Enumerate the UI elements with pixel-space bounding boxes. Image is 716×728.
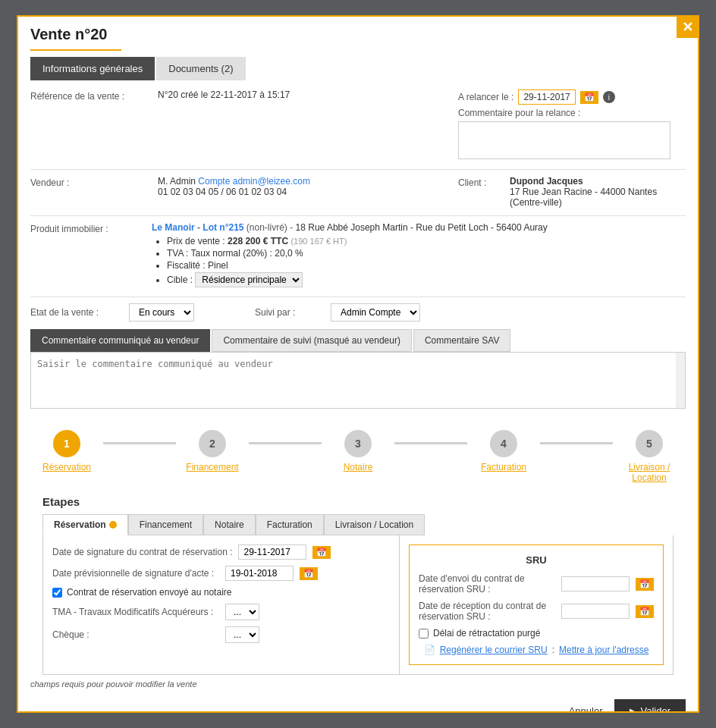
- commentaire-relance-textarea[interactable]: [458, 121, 670, 159]
- produit-cible: Cible : Résidence principale: [167, 272, 686, 287]
- tma-row: TMA - Travaux Modificatifs Acquéreurs : …: [52, 604, 390, 620]
- sru-date-envoi-row: Date d'envoi du contrat de réservation S…: [419, 573, 654, 595]
- reference-value: N°20 créé le 22-11-2017 à 15:17: [158, 89, 458, 100]
- produit-lot-link[interactable]: Lot n°215: [203, 222, 243, 233]
- relance-label: A relancer le :: [458, 92, 513, 102]
- vendeur-email-link[interactable]: admin@leizee.com: [233, 176, 310, 187]
- step-connector-1: [103, 442, 176, 444]
- date-prevision-label: Date prévisionnelle de signature d'acte …: [52, 568, 219, 579]
- sru-date-reception-calendar[interactable]: 📅: [636, 605, 654, 618]
- relance-info-icon[interactable]: i: [603, 91, 615, 103]
- step-connector-4: [540, 442, 613, 444]
- step-label-3[interactable]: Notaire: [344, 462, 373, 472]
- comment-tabs: Commentaire communiqué au vendeur Commen…: [30, 329, 686, 352]
- step-4: 4 Facturation: [467, 430, 540, 472]
- progress-section: 1 Réservation 2 Financement 3 Notaire 4 …: [18, 418, 698, 489]
- sru-link-row: 📄 Regénérer le courrier SRU : Mettre à j…: [419, 645, 654, 655]
- produit-address: 18 Rue Abbé Joseph Martin - Rue du Petit…: [296, 222, 548, 233]
- step-3: 3 Notaire: [322, 430, 394, 472]
- date-signature-input[interactable]: [238, 544, 306, 560]
- date-prevision-input[interactable]: [225, 566, 294, 581]
- relance-date[interactable]: 29-11-2017: [518, 89, 575, 105]
- comment-tab-sav[interactable]: Commentaire SAV: [413, 329, 510, 352]
- step-circle-4: 4: [490, 430, 517, 457]
- step-label-1[interactable]: Réservation: [42, 462, 91, 472]
- sru-delai-checkbox[interactable]: [419, 629, 429, 639]
- step-connector-3: [394, 442, 467, 444]
- cheque-label: Chèque :: [52, 629, 219, 640]
- comment-textarea[interactable]: [31, 353, 685, 406]
- valider-button[interactable]: Valider: [614, 699, 686, 713]
- step-connector-2: [249, 442, 322, 444]
- step-2: 2 Financement: [176, 430, 249, 472]
- produit-cible-select[interactable]: Résidence principale: [195, 272, 303, 287]
- sru-title: SRU: [419, 554, 654, 566]
- tab-informations-generales[interactable]: Informations générales: [30, 57, 155, 80]
- vendeur-value: M. Admin Compte admin@leizee.com 01 02 0…: [158, 176, 458, 197]
- cheque-select[interactable]: ...: [225, 626, 259, 643]
- produit-prix-ttc: 228 200 € TTC: [228, 236, 288, 246]
- tma-label: TMA - Travaux Modificatifs Acquéreurs :: [52, 607, 219, 617]
- champs-requis: champs requis pour pouvoir modifier la v…: [18, 675, 698, 693]
- step-1: 1 Réservation: [30, 430, 103, 472]
- relance-row: A relancer le : 29-11-2017 📅 i: [458, 89, 686, 105]
- tma-select[interactable]: ...: [225, 604, 259, 620]
- sru-date-envoi-input[interactable]: [561, 576, 630, 592]
- etapes-title: Etapes: [42, 495, 674, 508]
- sru-date-reception-row: Date de réception du contrat de réservat…: [419, 601, 654, 622]
- produit-programme-link[interactable]: Le Manoir: [152, 222, 195, 233]
- step-5: 5 Livraison / Location: [613, 430, 686, 483]
- annuler-button[interactable]: Annuler: [569, 705, 603, 713]
- comment-tab-vendeur[interactable]: Commentaire communiqué au vendeur: [30, 329, 210, 352]
- sru-regenerer-link[interactable]: Regénérer le courrier SRU: [440, 645, 548, 655]
- modal-window: Vente n°20 ✕ Informations générales Docu…: [17, 15, 699, 713]
- client-label: Client :: [458, 176, 504, 188]
- divider1: [30, 169, 686, 170]
- sru-link-separator: :: [552, 645, 554, 655]
- produit-details: Prix de vente : 228 200 € TTC (190 167 €…: [152, 236, 686, 287]
- scrollbar: [676, 353, 685, 408]
- step-label-5[interactable]: Livraison / Location: [613, 462, 686, 483]
- date-signature-calendar[interactable]: 📅: [312, 546, 331, 559]
- produit-value: Le Manoir - Lot n°215 (non-livré) - 18 R…: [152, 222, 686, 289]
- sru-adresse-link[interactable]: Mettre à jour l'adresse: [559, 645, 648, 655]
- sru-date-reception-label: Date de réception du contrat de réservat…: [419, 601, 555, 622]
- etape-tab-facturation[interactable]: Facturation: [256, 514, 324, 535]
- etat-select[interactable]: En cours Terminé Annulé: [129, 303, 194, 322]
- step-label-4[interactable]: Facturation: [481, 462, 526, 472]
- step-circle-2: 2: [199, 430, 226, 457]
- suivi-label: Suivi par :: [255, 307, 316, 318]
- sru-doc-icon: 📄: [424, 645, 435, 655]
- etape-tab-financement[interactable]: Financement: [128, 514, 203, 535]
- tab-documents[interactable]: Documents (2): [156, 57, 245, 80]
- divider2: [30, 215, 686, 216]
- relance-calendar-icon[interactable]: 📅: [580, 91, 598, 104]
- modal-header: Vente n°20 ✕: [18, 17, 698, 49]
- step-circle-1: 1: [53, 430, 80, 457]
- suivi-select[interactable]: Admin Compte M. Admin: [331, 303, 420, 322]
- vendeur-compte-link[interactable]: Compte: [198, 176, 230, 187]
- etape-tab-notaire[interactable]: Notaire: [203, 514, 256, 535]
- sru-date-envoi-calendar[interactable]: 📅: [636, 578, 654, 591]
- date-prevision-calendar[interactable]: 📅: [300, 567, 318, 580]
- sru-date-reception-input[interactable]: [561, 604, 630, 619]
- client-name: Dupond Jacques: [510, 176, 583, 187]
- etape-tab-reservation[interactable]: Réservation: [42, 514, 128, 535]
- close-button[interactable]: ✕: [677, 17, 698, 38]
- etape-tab-livraison[interactable]: Livraison / Location: [324, 514, 425, 535]
- comment-tab-suivi[interactable]: Commentaire de suivi (masqué au vendeur): [212, 329, 411, 352]
- step-label-2[interactable]: Financement: [186, 462, 238, 472]
- etape-reservation-dot: [109, 521, 117, 529]
- sru-box: SRU Date d'envoi du contrat de réservati…: [409, 544, 664, 665]
- produit-status: (non-livré) -: [247, 222, 296, 233]
- vendeur-client-row: Vendeur : M. Admin Compte admin@leizee.c…: [30, 176, 686, 208]
- comment-textarea-wrap: [30, 352, 686, 409]
- commentaire-relance-label: Commentaire pour la relance :: [458, 108, 686, 118]
- etapes-content: Date de signature du contrat de réservat…: [42, 535, 674, 675]
- produit-label: Produit immobilier :: [30, 222, 152, 234]
- vendeur-name-m: M. Admin: [158, 176, 198, 187]
- produit-prix-ht: (190 167 € HT): [290, 237, 347, 246]
- etat-label: Etat de la vente :: [30, 307, 114, 318]
- contrat-notaire-checkbox[interactable]: [52, 588, 62, 598]
- client-address: 17 Rue Jean Racine - 44000 Nantes (Centr…: [510, 187, 657, 208]
